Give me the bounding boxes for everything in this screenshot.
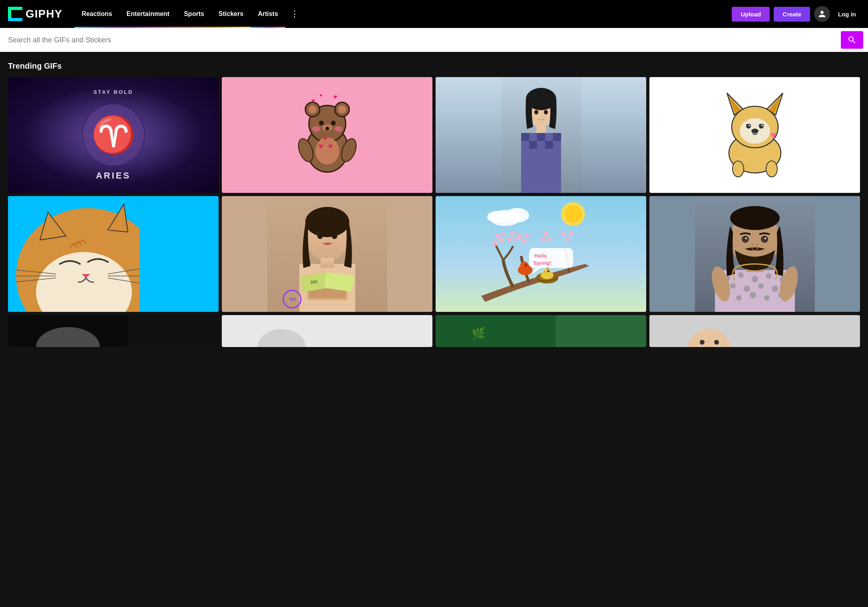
- svg-point-123: [744, 286, 750, 292]
- svg-rect-146: [436, 315, 555, 347]
- main-nav: Reactions Entertainment Sports Stickers …: [74, 0, 732, 28]
- svg-point-58: [733, 161, 744, 177]
- nav-item-stickers[interactable]: Stickers: [211, 0, 251, 28]
- gif-item-2[interactable]: ♥ ♥ ♥ ♥ ♥ ♥: [222, 77, 432, 193]
- svg-point-87: [505, 208, 529, 222]
- svg-rect-32: [536, 124, 546, 134]
- gif-item-6[interactable]: $$$ GG: [222, 196, 432, 312]
- gif-item-1[interactable]: STAY BOLD ♈ ARIES: [8, 77, 219, 193]
- svg-text:♥: ♥: [328, 142, 333, 151]
- svg-point-133: [730, 206, 780, 230]
- svg-point-88: [487, 211, 507, 223]
- svg-rect-3: [8, 7, 22, 10]
- svg-text:♥: ♥: [311, 97, 315, 104]
- gif-item-4[interactable]: ♥: [649, 77, 860, 193]
- upload-button[interactable]: Upload: [732, 7, 770, 22]
- svg-point-101: [547, 237, 551, 241]
- giphy-logo-icon: [8, 7, 22, 21]
- svg-point-72: [305, 207, 349, 237]
- svg-point-90: [499, 238, 504, 242]
- svg-point-15: [331, 121, 336, 125]
- svg-text:♥: ♥: [323, 135, 328, 143]
- svg-point-12: [309, 105, 317, 113]
- svg-text:🌿: 🌿: [472, 327, 486, 340]
- svg-rect-37: [545, 133, 553, 141]
- svg-point-14: [319, 121, 324, 125]
- aries-label: ARIES: [96, 171, 131, 181]
- svg-point-93: [507, 237, 512, 242]
- nav-item-artists[interactable]: Artists: [251, 0, 285, 28]
- svg-point-95: [513, 237, 517, 241]
- svg-point-136: [743, 237, 748, 242]
- search-bar: [0, 28, 868, 52]
- partial-gif-4: [649, 315, 769, 347]
- search-input[interactable]: [8, 36, 841, 44]
- spring-svg: Hello Spring!: [481, 196, 601, 312]
- logo-text: GIPHY: [26, 8, 62, 20]
- svg-rect-4: [8, 18, 22, 21]
- gif-item-9[interactable]: [8, 315, 219, 347]
- nav-item-entertainment[interactable]: Entertainment: [119, 0, 177, 28]
- svg-text:♥: ♥: [319, 93, 322, 98]
- svg-point-125: [772, 286, 778, 292]
- gif-item-5[interactable]: [8, 196, 219, 312]
- corgi-svg: ♥: [711, 83, 799, 187]
- user-icon[interactable]: [814, 6, 830, 22]
- partial-gif-1: [8, 315, 128, 347]
- nav-item-sports[interactable]: Sports: [177, 0, 211, 28]
- search-button[interactable]: [841, 31, 863, 49]
- svg-point-94: [510, 232, 515, 236]
- gif-item-7[interactable]: Hello Spring!: [436, 196, 646, 312]
- svg-rect-38: [553, 133, 561, 141]
- svg-point-45: [544, 110, 548, 115]
- svg-point-100: [543, 232, 548, 236]
- svg-text:Spring!: Spring!: [533, 260, 551, 266]
- svg-point-97: [522, 238, 527, 243]
- svg-point-44: [534, 110, 538, 115]
- svg-point-118: [738, 272, 744, 278]
- svg-rect-42: [545, 141, 553, 149]
- nav-more-icon[interactable]: ⋮: [285, 0, 304, 28]
- man-svg: [695, 196, 815, 312]
- svg-point-17: [325, 127, 329, 131]
- user-avatar-icon: [818, 10, 826, 18]
- svg-text:♈: ♈: [91, 113, 136, 156]
- gif-item-8[interactable]: [649, 196, 860, 312]
- svg-point-59: [766, 161, 777, 177]
- svg-point-138: [745, 238, 747, 239]
- svg-point-122: [730, 283, 736, 289]
- svg-rect-39: [521, 141, 529, 149]
- create-button[interactable]: Create: [774, 7, 810, 22]
- gif-item-10[interactable]: [222, 315, 432, 347]
- svg-point-92: [501, 232, 505, 236]
- gif-item-11[interactable]: 🌿: [436, 315, 646, 347]
- svg-point-137: [762, 237, 767, 242]
- person-silhouette: [501, 77, 581, 193]
- svg-rect-34: [521, 133, 529, 141]
- svg-point-19: [312, 126, 320, 132]
- svg-rect-43: [553, 141, 561, 149]
- svg-point-139: [764, 238, 766, 239]
- gif-item-3[interactable]: [436, 77, 646, 193]
- header-actions: Upload Create Log in: [732, 6, 860, 22]
- svg-text:♥: ♥: [319, 142, 323, 151]
- svg-rect-35: [529, 133, 537, 141]
- svg-point-127: [736, 295, 742, 301]
- svg-point-151: [714, 340, 719, 345]
- svg-point-74: [317, 233, 323, 239]
- logo[interactable]: GIPHY: [8, 7, 62, 21]
- svg-point-56: [751, 129, 759, 133]
- svg-point-128: [750, 292, 756, 298]
- nav-item-reactions[interactable]: Reactions: [74, 0, 119, 28]
- woman-svg: $$$ GG: [267, 196, 387, 312]
- svg-point-20: [334, 126, 342, 132]
- svg-point-98: [525, 233, 529, 237]
- svg-point-124: [758, 283, 764, 289]
- svg-point-96: [517, 233, 522, 239]
- svg-point-13: [338, 105, 346, 113]
- login-button[interactable]: Log in: [834, 11, 860, 18]
- svg-point-102: [561, 232, 565, 236]
- cat-svg: [8, 196, 140, 312]
- gif-item-12[interactable]: [649, 315, 860, 347]
- partial-gif-2: [222, 315, 342, 347]
